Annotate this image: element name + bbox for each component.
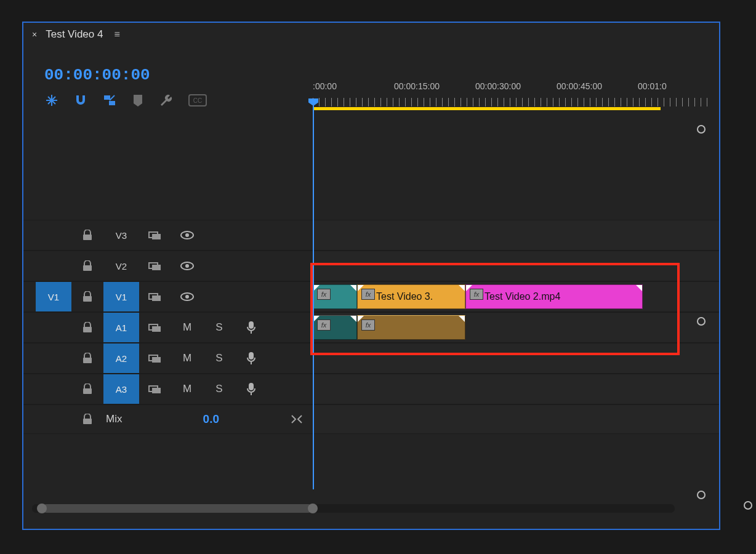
timeline-panel: × Test Video 4 ≡ 00:00:00:00 CC :00:00 0… (22, 22, 720, 530)
svg-rect-19 (83, 327, 92, 332)
solo-a1[interactable]: S (203, 321, 235, 334)
track-lock-v3[interactable] (71, 230, 103, 241)
track-label-a2[interactable]: A2 (103, 343, 139, 373)
fx-badge: fx (470, 289, 483, 300)
tracks-area: V3 V2 V1 V1 (23, 220, 719, 434)
track-label-a1[interactable]: A1 (103, 313, 139, 342)
insert-overwrite-icon[interactable] (44, 93, 59, 108)
ruler-tick-label: 00:01:0 (638, 81, 719, 91)
fx-badge: fx (317, 289, 331, 300)
svg-rect-16 (152, 295, 161, 301)
fx-badge: fx (361, 289, 375, 300)
track-visibility-v2[interactable] (171, 262, 203, 270)
track-lock-mix[interactable] (71, 414, 103, 425)
solo-a3[interactable]: S (203, 383, 235, 395)
mix-volume-value[interactable]: 0.0 (203, 412, 219, 426)
clip-label: Test Video 2.mp4 (485, 291, 560, 302)
svg-rect-22 (249, 321, 254, 329)
zoom-scrollbar-thumb[interactable] (42, 504, 313, 513)
voiceover-a2[interactable] (235, 351, 267, 365)
svg-rect-26 (249, 352, 254, 359)
track-label-mix[interactable]: Mix (103, 405, 140, 433)
source-patch-v3[interactable] (36, 220, 71, 250)
track-label-v2[interactable]: V2 (103, 251, 139, 281)
horizontal-zoom-scrollbar[interactable] (32, 504, 675, 513)
sync-lock-a1[interactable] (139, 323, 171, 332)
track-v1-lane[interactable]: fx fxTest Video 3. fxTest Video 2.mp4 (313, 282, 719, 311)
timeline-tool-row: CC (44, 93, 207, 108)
track-visibility-v1[interactable] (171, 292, 203, 301)
track-visibility-v3[interactable] (171, 231, 203, 239)
svg-point-13 (185, 264, 189, 268)
mix-output-icon[interactable] (281, 414, 313, 424)
time-ruler[interactable]: :00:00 00:00:15:00 00:00:30:00 00:00:45:… (313, 81, 719, 111)
sync-lock-v3[interactable] (139, 230, 171, 240)
track-lock-v1[interactable] (71, 291, 103, 302)
track-label-a3[interactable]: A3 (103, 374, 139, 404)
source-patch-v1[interactable]: V1 (36, 282, 71, 311)
solo-a2[interactable]: S (203, 352, 235, 364)
settings-wrench-icon[interactable] (159, 93, 174, 108)
zoom-handle-right[interactable] (308, 504, 318, 513)
track-lock-a3[interactable] (71, 383, 103, 395)
tab-menu-button[interactable]: ≡ (114, 29, 119, 40)
source-patch-a3[interactable] (36, 374, 71, 404)
track-mix: Mix 0.0 (23, 404, 719, 434)
clip-a1-1[interactable]: fx (313, 315, 357, 340)
svg-point-18 (185, 295, 189, 299)
outer-zoom-knob[interactable] (744, 501, 752, 510)
clip-v1-3[interactable]: fxTest Video 2.mp4 (465, 284, 643, 309)
track-a1-lane[interactable]: fx fx (313, 313, 719, 342)
playhead-timecode[interactable]: 00:00:00:00 (44, 66, 150, 84)
track-a1: A1 M S fx fx (23, 312, 719, 343)
source-patch-a2[interactable] (36, 343, 71, 373)
ruler-tick-label: 00:00:30:00 (475, 81, 557, 91)
sync-lock-v1[interactable] (139, 292, 171, 302)
captions-icon[interactable]: CC (188, 94, 207, 106)
mute-a2[interactable]: M (171, 352, 203, 364)
svg-rect-9 (83, 265, 92, 271)
source-patch-a1[interactable] (36, 313, 71, 342)
svg-text:CC: CC (193, 97, 202, 104)
ruler-tick-label: :00:00 (313, 81, 394, 91)
track-lock-v2[interactable] (71, 260, 103, 271)
track-label-v1[interactable]: V1 (103, 282, 139, 311)
svg-rect-31 (83, 419, 92, 424)
mute-a3[interactable]: M (171, 383, 203, 395)
linked-selection-icon[interactable] (102, 93, 117, 108)
track-a2: A2 M S (23, 343, 719, 374)
sync-lock-a2[interactable] (139, 353, 171, 363)
work-area-bar[interactable] (313, 107, 661, 110)
clip-a1-2[interactable]: fx (357, 315, 465, 340)
playhead[interactable] (313, 100, 314, 489)
vertical-zoom-top[interactable] (697, 125, 706, 134)
source-patch-mix[interactable] (36, 405, 71, 433)
fx-badge: fx (317, 319, 331, 331)
ruler-labels: :00:00 00:00:15:00 00:00:30:00 00:00:45:… (313, 81, 719, 91)
sequence-tab-title[interactable]: Test Video 4 (46, 28, 103, 41)
svg-rect-27 (83, 388, 92, 394)
ruler-track[interactable] (313, 95, 719, 111)
track-lock-a1[interactable] (71, 322, 103, 333)
vertical-zoom-mid[interactable] (697, 317, 706, 326)
clip-v1-1[interactable]: fx (313, 284, 357, 309)
track-lock-a2[interactable] (71, 353, 103, 364)
sync-lock-v2[interactable] (139, 261, 171, 271)
sync-lock-a3[interactable] (139, 384, 171, 394)
mute-a1[interactable]: M (171, 321, 203, 334)
svg-rect-14 (83, 296, 92, 302)
svg-rect-23 (83, 358, 92, 363)
source-patch-v2[interactable] (36, 251, 71, 281)
track-label-v3[interactable]: V3 (103, 220, 139, 250)
voiceover-a3[interactable] (235, 382, 267, 396)
close-tab-button[interactable]: × (32, 30, 37, 39)
markers-icon[interactable] (132, 94, 144, 107)
zoom-handle-left[interactable] (37, 504, 47, 513)
snap-magnet-icon[interactable] (74, 94, 87, 107)
track-v2: V2 (23, 251, 719, 281)
clip-v1-2[interactable]: fxTest Video 3. (357, 284, 465, 309)
vertical-zoom-bottom[interactable] (697, 491, 706, 499)
ruler-tick-label: 00:00:15:00 (394, 81, 475, 91)
svg-rect-0 (104, 95, 110, 100)
voiceover-a1[interactable] (235, 321, 267, 334)
